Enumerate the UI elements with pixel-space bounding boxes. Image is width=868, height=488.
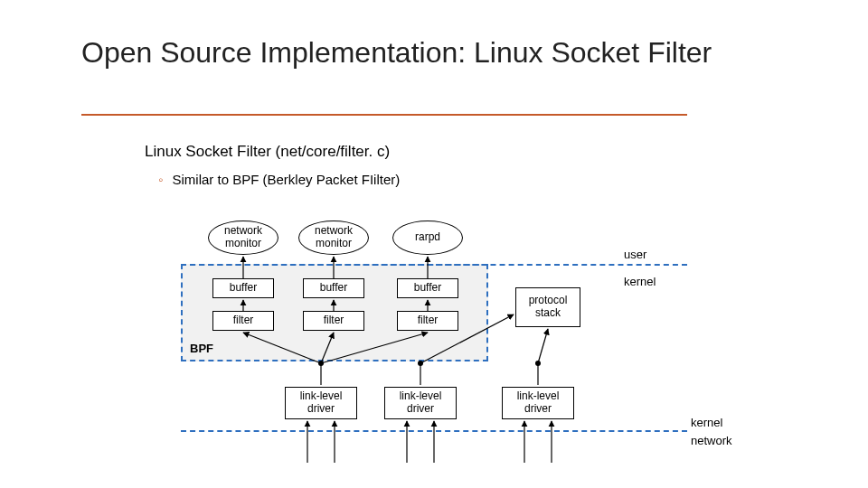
user-kernel-divider (181, 264, 687, 266)
subtitle: Linux Socket Filter (net/core/filter. c) (145, 143, 390, 161)
buffer-2: buffer (303, 278, 364, 298)
slide-title: Open Source Implementation: Linux Socket… (81, 36, 787, 70)
bullet-line: ◦ Similar to BPF (Berkley Packet FIilter… (158, 172, 400, 187)
buffer-3: buffer (397, 278, 458, 298)
bullet-dot: ◦ (158, 172, 163, 187)
link-level-driver-3: link-level driver (502, 387, 574, 419)
network-monitor-2: network monitor (298, 221, 369, 255)
kernel-label: kernel (624, 275, 656, 288)
buffer-1: buffer (212, 278, 274, 298)
filter-3: filter (397, 311, 458, 331)
kernel-network-divider (181, 430, 687, 432)
bullet-text: Similar to BPF (Berkley Packet FIilter) (173, 172, 401, 187)
filter-2: filter (303, 311, 364, 331)
svg-point-14 (535, 361, 541, 366)
user-label: user (624, 248, 646, 261)
title-underline (81, 114, 687, 116)
protocol-stack: protocol stack (515, 287, 580, 327)
network-label: network (691, 434, 732, 447)
link-level-driver-2: link-level driver (384, 387, 457, 419)
diagram-area: BPF network monitor network monitor rarp… (181, 208, 741, 479)
kernel-label-2: kernel (691, 416, 722, 429)
filter-1: filter (212, 311, 274, 331)
network-monitor-1: network monitor (208, 221, 278, 255)
link-level-driver-1: link-level driver (285, 387, 357, 419)
bpf-label: BPF (190, 342, 213, 355)
rarpd: rarpd (392, 221, 463, 255)
svg-line-16 (538, 329, 548, 363)
